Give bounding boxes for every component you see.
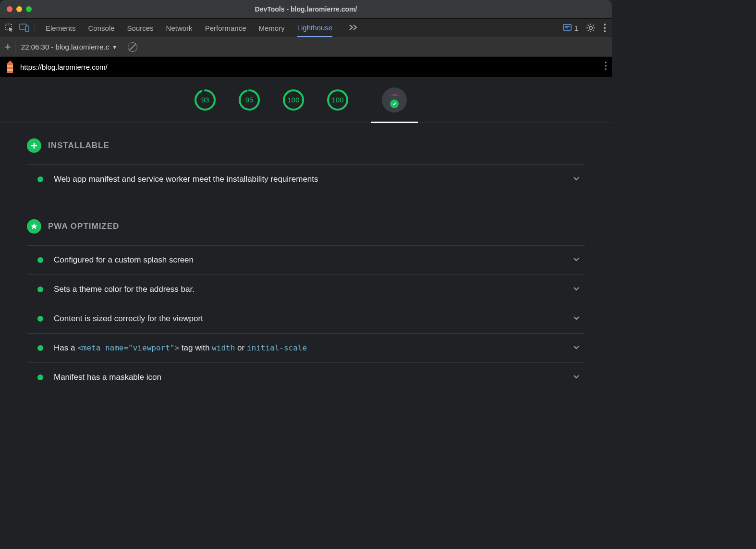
svg-point-6 xyxy=(589,26,592,29)
window-titlebar: DevTools - blog.laromierre.com/ xyxy=(0,0,612,18)
section-header-installable: INSTALLABLE xyxy=(27,133,585,164)
pass-dot-icon xyxy=(37,345,43,351)
chevron-down-icon xyxy=(573,373,580,382)
audit-row[interactable]: Configured for a custom splash screen xyxy=(27,246,585,275)
tabs-overflow-icon[interactable] xyxy=(345,23,362,33)
settings-icon[interactable] xyxy=(586,23,596,33)
tab-lighthouse[interactable]: Lighthouse xyxy=(297,19,332,37)
svg-line-11 xyxy=(588,25,589,26)
report-url: https://blog.laromierre.com/ xyxy=(20,63,108,71)
issues-count: 1 xyxy=(574,24,578,32)
svg-point-16 xyxy=(604,27,606,29)
lighthouse-toolbar: + 22:06:30 - blog.laromierre.c ▼ xyxy=(0,37,612,57)
zoom-window-button[interactable] xyxy=(26,6,32,12)
minimize-window-button[interactable] xyxy=(16,6,22,12)
plus-badge-icon xyxy=(27,138,41,153)
report-body: INSTALLABLE Web app manifest and service… xyxy=(0,123,612,392)
svg-rect-3 xyxy=(563,25,571,30)
chevron-down-icon xyxy=(573,175,580,184)
audit-title: Content is sized correctly for the viewp… xyxy=(54,314,562,324)
svg-point-24 xyxy=(240,90,259,110)
new-report-button[interactable]: + xyxy=(5,41,15,53)
chevron-down-icon xyxy=(573,285,580,294)
svg-line-12 xyxy=(593,30,594,31)
score-gauge-0[interactable]: 93 xyxy=(194,89,216,111)
audit-row[interactable]: Sets a theme color for the address bar. xyxy=(27,275,585,304)
report-selector[interactable]: 22:06:30 - blog.laromierre.c ▼ xyxy=(21,43,117,51)
pass-dot-icon xyxy=(37,287,43,292)
star-badge-icon xyxy=(27,219,41,234)
section-header-pwa-optimized: PWA OPTIMIZED xyxy=(27,213,585,245)
chevron-down-icon xyxy=(573,314,580,324)
svg-point-25 xyxy=(284,90,303,110)
svg-line-14 xyxy=(593,25,594,26)
check-icon xyxy=(390,100,399,108)
traffic-lights xyxy=(0,6,32,12)
audit-row[interactable]: Web app manifest and service worker meet… xyxy=(27,165,585,194)
chevron-down-icon xyxy=(573,343,580,353)
window-title: DevTools - blog.laromierre.com/ xyxy=(0,5,612,13)
pwa-category-tab[interactable]: PWA xyxy=(371,77,418,123)
report-url-bar: https://blog.laromierre.com/ xyxy=(0,57,612,77)
devtools-tabbar: Elements Console Sources Network Perform… xyxy=(0,18,612,37)
section-title: INSTALLABLE xyxy=(48,141,110,150)
chevron-down-icon xyxy=(573,255,580,265)
report-selector-label: 22:06:30 - blog.laromierre.c xyxy=(21,43,109,51)
svg-point-18 xyxy=(605,62,607,63)
svg-line-13 xyxy=(588,30,589,31)
svg-point-26 xyxy=(328,90,347,110)
score-gauge-1[interactable]: 95 xyxy=(238,89,260,111)
audit-title: Web app manifest and service worker meet… xyxy=(54,175,562,184)
device-toolbar-icon[interactable] xyxy=(19,24,30,32)
pass-dot-icon xyxy=(37,176,43,182)
audit-row[interactable]: Has a <meta name="viewport"> tag with wi… xyxy=(27,334,585,363)
svg-rect-2 xyxy=(25,26,29,32)
lighthouse-logo-icon xyxy=(5,61,15,73)
report-more-menu-icon[interactable] xyxy=(604,61,607,73)
audit-row[interactable]: Manifest has a maskable icon xyxy=(27,363,585,392)
score-gauge-2[interactable]: 100 xyxy=(282,89,305,111)
pwa-badge-icon: PWA xyxy=(383,89,405,111)
clear-report-icon[interactable] xyxy=(128,42,137,52)
close-window-button[interactable] xyxy=(7,6,12,12)
section-title: PWA OPTIMIZED xyxy=(48,222,119,231)
svg-point-20 xyxy=(605,68,607,70)
pass-dot-icon xyxy=(37,374,43,380)
svg-point-17 xyxy=(604,30,606,32)
audit-title: Configured for a custom splash screen xyxy=(54,255,562,265)
tab-console[interactable]: Console xyxy=(88,19,115,37)
inspect-element-icon[interactable] xyxy=(5,23,14,33)
tab-network[interactable]: Network xyxy=(166,19,193,37)
issues-indicator[interactable]: 1 xyxy=(563,24,578,32)
audit-title: Has a <meta name="viewport"> tag with wi… xyxy=(54,343,562,353)
more-menu-icon[interactable] xyxy=(603,23,606,33)
audit-list-pwa-optimized: Configured for a custom splash screen Se… xyxy=(27,245,585,392)
tab-memory[interactable]: Memory xyxy=(259,19,285,37)
pass-dot-icon xyxy=(37,257,43,263)
svg-point-15 xyxy=(604,24,606,25)
tab-performance[interactable]: Performance xyxy=(205,19,246,37)
audit-row[interactable]: Content is sized correctly for the viewp… xyxy=(27,304,585,334)
score-gauges: 93 95 100 100 PWA xyxy=(0,77,612,123)
audit-title: Manifest has a maskable icon xyxy=(54,373,562,382)
svg-point-22 xyxy=(195,90,215,110)
chevron-down-icon: ▼ xyxy=(112,44,117,50)
audit-list-installable: Web app manifest and service worker meet… xyxy=(27,164,585,194)
tab-elements[interactable]: Elements xyxy=(46,19,76,37)
audit-title: Sets a theme color for the address bar. xyxy=(54,285,562,294)
devtools-tabs: Elements Console Sources Network Perform… xyxy=(35,19,563,37)
tab-sources[interactable]: Sources xyxy=(127,19,154,37)
pass-dot-icon xyxy=(37,316,43,322)
score-gauge-3[interactable]: 100 xyxy=(327,89,349,111)
svg-point-19 xyxy=(605,65,607,67)
